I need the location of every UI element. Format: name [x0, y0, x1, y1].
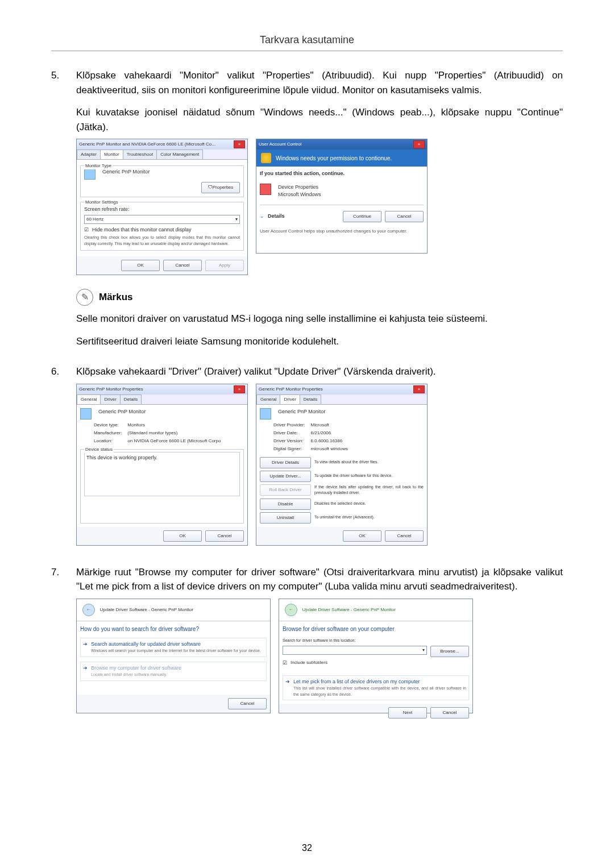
- uac-started-text: If you started this action, continue.: [260, 170, 424, 178]
- location-combo[interactable]: ▾: [283, 646, 427, 655]
- uninstall-button[interactable]: Uninstall: [260, 512, 311, 524]
- opt-search-auto[interactable]: Search automatically for updated driver …: [91, 641, 261, 649]
- tab-color-mgmt[interactable]: Color Management: [156, 149, 203, 159]
- cancel-button[interactable]: Cancel: [430, 707, 469, 719]
- dlg-props-right-title: Generic PnP Monitor Properties: [259, 386, 323, 393]
- uac-ms-windows: Microsoft Windows: [278, 191, 321, 199]
- step-6-text: Klõpsake vahekaardi "Driver" (Draiver) v…: [76, 364, 563, 379]
- tab-adapter[interactable]: Adapter: [77, 149, 101, 159]
- wizard-crumb: Update Driver Software - Generic PnP Mon…: [302, 607, 396, 612]
- device-status-label: Device status: [84, 446, 114, 453]
- note-icon: ✎: [76, 289, 93, 306]
- note-label: Märkus: [99, 290, 133, 305]
- opt-pick-from-list[interactable]: Let me pick from a list of device driver…: [293, 678, 466, 686]
- tab-monitor[interactable]: Monitor: [100, 149, 123, 159]
- back-button[interactable]: ←: [82, 604, 95, 616]
- note-body-2: Sertifitseeritud draiveri leiate Samsung…: [76, 334, 563, 349]
- arrow-right-icon: ➔: [83, 665, 88, 672]
- hide-modes-label: Hide modes that this monitor cannot disp…: [92, 226, 192, 234]
- cancel-button[interactable]: Cancel: [228, 698, 267, 709]
- disable-desc: Disables the selected device.: [314, 501, 424, 507]
- hide-modes-checkbox[interactable]: ☑: [84, 226, 89, 234]
- cancel-button[interactable]: Cancel: [163, 260, 202, 271]
- location-label: Search for driver software in this locat…: [283, 638, 469, 644]
- tab-driver[interactable]: Driver: [280, 394, 300, 404]
- rollback-driver-desc: If the device fails after updating the d…: [314, 484, 424, 496]
- monitor-type-label: Monitor Type: [84, 163, 113, 169]
- cancel-button[interactable]: Cancel: [385, 530, 424, 542]
- uac-details-toggle[interactable]: Details: [268, 213, 339, 221]
- chevron-down-icon[interactable]: ⌄: [260, 213, 264, 221]
- tab-details[interactable]: Details: [300, 394, 321, 404]
- provider-val: Microsoft: [311, 422, 424, 429]
- close-icon[interactable]: ×: [234, 140, 245, 148]
- close-icon[interactable]: ×: [413, 385, 425, 393]
- note-body-1: Selle monitori draiver on varustatud MS-…: [76, 312, 563, 326]
- ver-val: 6.0.6000.16386: [311, 438, 424, 445]
- uac-footer-text: User Account Control helps stop unauthor…: [260, 228, 424, 235]
- manu-val: (Standard monitor types): [127, 430, 244, 437]
- driver-details-button[interactable]: Driver Details: [260, 457, 311, 468]
- hide-modes-desc: Clearing this check box allows you to se…: [84, 235, 240, 247]
- wizard-heading: Browse for driver software on your compu…: [283, 625, 469, 633]
- close-icon[interactable]: ×: [413, 140, 425, 148]
- page-number: 32: [0, 843, 614, 853]
- ok-button[interactable]: OK: [163, 530, 202, 542]
- tab-details[interactable]: Details: [120, 394, 142, 404]
- step-7-number: 7.: [51, 565, 76, 725]
- signer-key: Digital Signer:: [273, 446, 305, 452]
- step-5-text-1: Klõpsake vahekaardi "Monitor" valikut "P…: [76, 68, 563, 97]
- next-button[interactable]: Next: [388, 707, 427, 719]
- chevron-down-icon: ▾: [422, 647, 425, 654]
- ok-button[interactable]: OK: [121, 260, 160, 271]
- properties-button[interactable]: 🛡 Properties: [201, 182, 240, 193]
- monitor-icon: [260, 408, 271, 420]
- tab-troubleshoot[interactable]: Troubleshoot: [123, 149, 157, 159]
- uac-title: User Account Control: [259, 141, 302, 148]
- continue-button[interactable]: Continue: [343, 211, 381, 222]
- update-driver-desc: To update the driver software for this d…: [314, 473, 424, 479]
- monitor-type-value: Generic PnP Monitor: [102, 168, 150, 176]
- manu-key: Manufacturer:: [94, 430, 122, 437]
- date-val: 6/21/2006: [311, 430, 424, 437]
- opt-browse-computer[interactable]: Browse my computer for driver software: [91, 665, 181, 672]
- ver-key: Driver Version:: [273, 438, 305, 445]
- driver-details-desc: To view details about the driver files.: [314, 459, 424, 466]
- update-driver-button[interactable]: Update Driver...: [260, 471, 311, 482]
- pane-title: Generic PnP Monitor: [278, 408, 325, 416]
- disable-button[interactable]: Disable: [260, 499, 311, 510]
- dlg-monitor-title: Generic PnP Monitor and NVIDIA GeForce 6…: [79, 141, 215, 148]
- properties-button-label: Properties: [213, 184, 233, 191]
- refresh-rate-value: 60 Hertz: [86, 216, 103, 223]
- header-rule: [51, 51, 563, 51]
- wizard-crumb: Update Driver Software - Generic PnP Mon…: [100, 607, 193, 612]
- tab-general[interactable]: General: [77, 394, 101, 404]
- refresh-rate-select[interactable]: 60 Hertz▾: [84, 215, 240, 224]
- uac-device-properties: Device Properties: [278, 184, 321, 192]
- wizard-heading: How do you want to search for driver sof…: [80, 625, 267, 633]
- tab-general[interactable]: General: [256, 394, 280, 404]
- close-icon[interactable]: ×: [234, 385, 245, 393]
- include-subfolders-label: Include subfolders: [291, 659, 327, 666]
- cancel-button[interactable]: Cancel: [385, 211, 424, 222]
- cancel-button[interactable]: Cancel: [205, 530, 244, 542]
- include-subfolders-checkbox[interactable]: ☑: [283, 659, 287, 667]
- loc-key: Location:: [94, 438, 122, 445]
- tab-driver[interactable]: Driver: [100, 394, 120, 404]
- step-7-text: Märkige ruut "Browse my computer for dri…: [76, 565, 563, 594]
- date-key: Driver Date:: [273, 430, 305, 437]
- opt-browse-computer-desc: Locate and install driver software manua…: [91, 672, 181, 678]
- step-5-number: 5.: [51, 68, 76, 356]
- back-button[interactable]: ←: [285, 604, 297, 616]
- browse-button[interactable]: Browse...: [430, 646, 469, 657]
- rollback-driver-button[interactable]: Roll Back Driver: [260, 484, 311, 496]
- dlg-monitor-tabs: Adapter Monitor Troubleshoot Color Manag…: [77, 149, 247, 160]
- uac-banner-text: Windows needs your permission to contion…: [276, 154, 392, 163]
- opt-search-auto-desc: Windows will search your computer and th…: [91, 648, 261, 654]
- apply-button[interactable]: Apply: [205, 260, 244, 271]
- monitor-icon: [84, 168, 96, 180]
- ok-button[interactable]: OK: [343, 530, 381, 542]
- signer-val: microsoft windows: [311, 446, 424, 452]
- pane-title: Generic PnP Monitor: [98, 408, 146, 416]
- provider-key: Driver Provider:: [273, 422, 305, 429]
